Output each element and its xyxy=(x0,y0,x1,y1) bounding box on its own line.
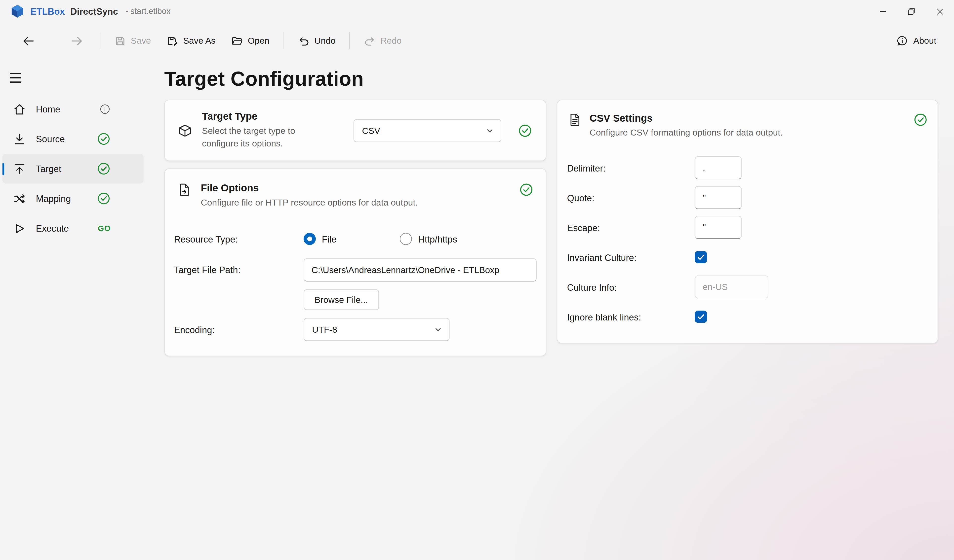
resource-type-label: Resource Type: xyxy=(174,234,304,244)
info-icon xyxy=(99,103,111,115)
card-title: CSV Settings xyxy=(589,112,783,124)
dropdown-value: CSV xyxy=(362,126,380,135)
download-icon xyxy=(12,132,26,146)
maximize-button[interactable] xyxy=(897,0,926,23)
check-badge-icon xyxy=(913,112,928,127)
go-badge: GO xyxy=(98,224,111,233)
save-as-button[interactable]: Save As xyxy=(159,28,223,53)
product-name: DirectSync xyxy=(70,6,118,16)
check-badge-icon xyxy=(97,162,111,176)
check-badge-icon xyxy=(97,191,111,205)
escape-row: Escape: xyxy=(567,216,928,239)
delimiter-row: Delimiter: xyxy=(567,156,928,179)
upload-icon xyxy=(12,162,26,176)
save-icon xyxy=(114,35,126,47)
undo-icon xyxy=(298,35,310,47)
radio-selected-icon xyxy=(304,233,316,245)
csv-document-icon xyxy=(568,112,582,127)
sidebar-item-label: Home xyxy=(36,104,60,114)
check-badge-icon xyxy=(518,123,532,138)
encoding-row: Encoding: UTF-8 xyxy=(174,318,533,341)
open-label: Open xyxy=(248,36,269,45)
encoding-label: Encoding: xyxy=(174,324,304,335)
undo-button[interactable]: Undo xyxy=(290,28,344,53)
about-label: About xyxy=(913,36,936,45)
culture-info-row: Culture Info: xyxy=(567,275,928,299)
card-title: File Options xyxy=(201,182,418,194)
sidebar-item-home[interactable]: Home xyxy=(3,94,143,124)
check-icon xyxy=(697,313,705,321)
play-icon xyxy=(12,222,26,235)
back-arrow-icon xyxy=(22,34,34,47)
minimize-button[interactable] xyxy=(868,0,897,23)
sidebar-item-mapping[interactable]: Mapping xyxy=(3,184,143,213)
main-content: Target Configuration Target Type Select … xyxy=(146,59,954,560)
check-badge-icon xyxy=(519,182,534,197)
ignore-blank-lines-row: Ignore blank lines: xyxy=(567,305,928,328)
browse-file-button[interactable]: Browse File... xyxy=(304,289,379,310)
page-title: Target Configuration xyxy=(164,65,954,93)
toolbar-divider xyxy=(349,32,350,50)
back-button[interactable] xyxy=(15,27,42,54)
save-button[interactable]: Save xyxy=(107,28,159,53)
resource-type-row: Resource Type: File Http/https xyxy=(174,227,533,250)
target-type-card: Target Type Select the target type to co… xyxy=(164,100,546,161)
toolbar-divider xyxy=(100,32,100,50)
sidebar-item-label: Mapping xyxy=(36,193,71,204)
home-icon xyxy=(12,103,26,116)
menu-toggle-button[interactable] xyxy=(4,66,28,89)
escape-label: Escape: xyxy=(567,222,695,233)
radio-file[interactable]: File xyxy=(304,233,337,245)
toolbar-divider xyxy=(284,32,284,50)
escape-input[interactable] xyxy=(695,216,742,239)
target-file-path-input[interactable] xyxy=(304,258,537,282)
sidebar-item-source[interactable]: Source xyxy=(3,124,143,154)
invariant-culture-checkbox[interactable] xyxy=(695,251,707,263)
sidebar-nav: Home Source xyxy=(0,94,146,243)
quote-input[interactable] xyxy=(695,186,742,209)
sidebar-item-label: Execute xyxy=(36,223,69,233)
card-header: CSV Settings Configure CSV formatting op… xyxy=(567,112,928,139)
check-badge-icon xyxy=(97,132,111,146)
delimiter-input[interactable] xyxy=(695,156,742,179)
quote-row: Quote: xyxy=(567,186,928,209)
about-button[interactable]: About xyxy=(889,28,944,53)
close-button[interactable] xyxy=(926,0,954,23)
check-icon xyxy=(697,253,705,261)
close-icon xyxy=(936,8,943,15)
target-type-dropdown[interactable]: CSV xyxy=(354,119,501,142)
window-controls xyxy=(868,0,954,23)
forward-button[interactable] xyxy=(63,27,90,54)
dropdown-value: UTF-8 xyxy=(312,325,337,334)
browse-file-label: Browse File... xyxy=(315,295,368,305)
target-type-icon xyxy=(177,122,193,138)
invariant-culture-label: Invariant Culture: xyxy=(567,252,695,262)
titlebar: ETLBox DirectSync - start.etlbox xyxy=(0,0,954,23)
target-file-path-label: Target File Path: xyxy=(174,258,304,282)
restore-icon xyxy=(907,8,915,15)
hamburger-icon xyxy=(10,73,21,74)
invariant-culture-row: Invariant Culture: xyxy=(567,246,928,269)
card-header: File Options Configure file or HTTP reso… xyxy=(174,182,533,209)
culture-info-input[interactable] xyxy=(695,275,768,299)
sidebar-item-target[interactable]: Target xyxy=(3,154,143,184)
chevron-down-icon xyxy=(486,127,493,134)
redo-icon xyxy=(364,35,376,47)
about-bubble-icon xyxy=(896,35,909,47)
radio-label: Http/https xyxy=(418,234,457,244)
encoding-dropdown[interactable]: UTF-8 xyxy=(304,318,450,341)
target-file-path-row: Target File Path: Browse File... xyxy=(174,258,533,310)
radio-http[interactable]: Http/https xyxy=(400,233,457,245)
open-folder-icon xyxy=(231,35,243,47)
culture-info-label: Culture Info: xyxy=(567,282,695,292)
sidebar-item-label: Source xyxy=(36,134,65,144)
redo-button[interactable]: Redo xyxy=(356,28,410,53)
card-title: Target Type xyxy=(202,111,330,122)
shuffle-icon xyxy=(12,192,26,205)
open-button[interactable]: Open xyxy=(223,28,277,53)
sidebar-item-execute[interactable]: Execute GO xyxy=(3,213,143,243)
redo-label: Redo xyxy=(380,36,402,45)
chevron-down-icon xyxy=(435,326,442,333)
ignore-blank-lines-checkbox[interactable] xyxy=(695,311,707,323)
forward-arrow-icon xyxy=(70,34,83,47)
